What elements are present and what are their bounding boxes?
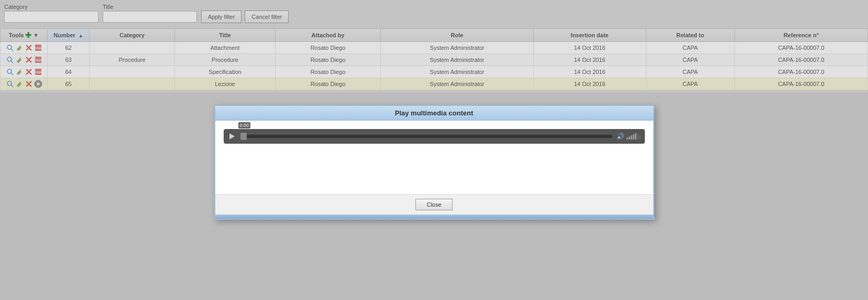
progress-bar[interactable]: 0:00	[240, 135, 612, 138]
dialog-bottom-bar	[215, 215, 653, 219]
volume-bar-6	[637, 134, 639, 140]
player-bar: 0:00 🔊	[224, 129, 645, 144]
play-triangle-icon	[229, 133, 235, 140]
media-player: 0:00 🔊	[224, 129, 645, 144]
dialog-body: 0:00 🔊	[215, 121, 653, 194]
volume-bar-4	[633, 134, 634, 140]
play-multimedia-dialog: Play multimedia content 0:00 🔊	[214, 105, 654, 220]
time-tooltip: 0:00	[238, 122, 251, 128]
volume-bar-1	[627, 137, 628, 140]
volume-bars	[627, 133, 641, 140]
progress-thumb[interactable]: 0:00	[240, 133, 247, 140]
volume-area: 🔊	[617, 133, 641, 140]
volume-icon[interactable]: 🔊	[617, 133, 624, 140]
volume-bar-5	[635, 133, 636, 140]
dialog-title-bar: Play multimedia content	[215, 106, 653, 121]
dialog-overlay: Play multimedia content 0:00 🔊	[0, 0, 868, 300]
dialog-title: Play multimedia content	[395, 109, 474, 117]
play-button[interactable]	[228, 132, 236, 141]
volume-bar-3	[631, 135, 632, 140]
volume-bar-7	[639, 135, 641, 140]
volume-bar-2	[629, 136, 630, 140]
dialog-footer: Close	[215, 194, 653, 215]
close-button[interactable]: Close	[415, 199, 452, 210]
